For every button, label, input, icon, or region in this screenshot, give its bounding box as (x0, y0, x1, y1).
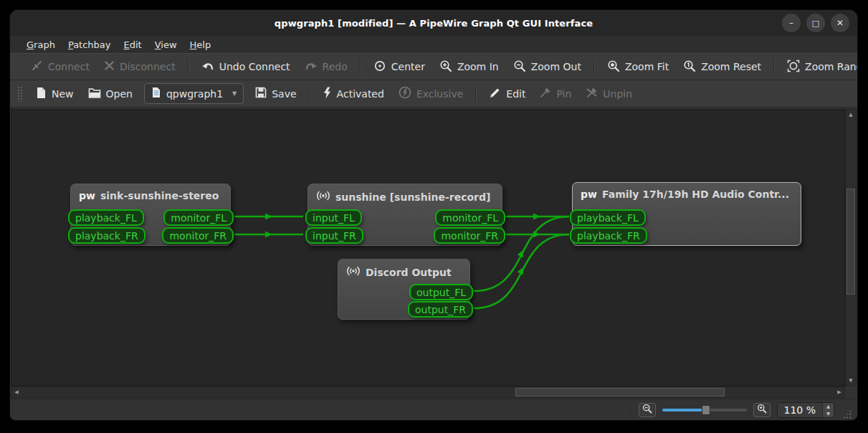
menu-edit[interactable]: Edit (118, 37, 148, 52)
port-input-fr[interactable]: input_FR (305, 227, 363, 244)
port-monitor-fr[interactable]: monitor_FR (434, 227, 505, 244)
graph-toolbar: Connect Disconnect Undo Connect Redo (10, 53, 857, 80)
menu-view[interactable]: View (148, 37, 183, 52)
node-discord-output[interactable]: Discord Output output_FL output_FR (338, 259, 470, 320)
port-output-fl[interactable]: output_FL (409, 284, 473, 300)
close-button[interactable]: ✕ (831, 14, 849, 32)
node-title: sink-sunshine-stereo (100, 190, 219, 201)
zoom-out-button[interactable]: Zoom Out (506, 55, 588, 79)
open-button[interactable]: Open (81, 83, 140, 105)
node-title: Discord Output (366, 267, 452, 278)
titlebar[interactable]: qpwgraph1 [modified] — A PipeWire Graph … (10, 10, 857, 36)
node-title: sunshine [sunshine-record] (335, 191, 490, 203)
toolbar-separator (773, 58, 775, 75)
undo-connect-button[interactable]: Undo Connect (194, 56, 297, 78)
undo-icon (201, 60, 214, 74)
port-playback-fr[interactable]: playback_FR (68, 227, 146, 244)
activated-button[interactable]: Activated (315, 82, 391, 105)
unpin-button[interactable]: Unpin (578, 82, 639, 105)
zoom-slider-handle[interactable] (702, 405, 710, 415)
undo-connect-label: Undo Connect (219, 61, 290, 72)
port-output-fr[interactable]: output_FR (408, 301, 473, 318)
disconnect-label: Disconnect (120, 61, 176, 72)
center-icon (373, 60, 386, 75)
scroll-right-icon[interactable]: ▶ (834, 387, 844, 397)
minimize-button[interactable]: – (782, 14, 801, 32)
node-title: Family 17h/19h HD Audio Contr... (602, 189, 789, 200)
zoom-slider[interactable] (662, 405, 747, 415)
scroll-down-icon[interactable]: ▼ (846, 376, 856, 386)
horizontal-scrollbar[interactable]: ◀ ▶ (11, 386, 845, 398)
scroll-left-icon[interactable]: ◀ (11, 387, 22, 397)
menu-patchbay[interactable]: Patchbay (62, 37, 118, 52)
zoom-percent-spinbox[interactable]: 110 % ▲ ▼ (777, 402, 834, 418)
maximize-button[interactable]: □ (806, 14, 825, 32)
port-input-fl[interactable]: input_FL (305, 209, 362, 226)
edge-arrow-icon (265, 214, 272, 220)
zoom-out-icon (642, 403, 652, 417)
zoom-reset-button[interactable]: Zoom Reset (676, 55, 768, 79)
zoom-fit-button[interactable]: Zoom Fit (600, 55, 676, 79)
redo-icon (305, 60, 318, 74)
zoom-range-label: Zoom Range (805, 61, 858, 72)
statusbar-separator (630, 404, 631, 416)
edit-button[interactable]: Edit (482, 82, 533, 105)
node-sunshine[interactable]: sunshine [sunshine-record] input_FL inpu… (307, 184, 502, 246)
port-monitor-fl[interactable]: monitor_FL (435, 209, 505, 226)
connect-icon (31, 60, 43, 74)
graph-canvas[interactable]: pw sink-sunshine-stereo playback_FL play… (11, 109, 845, 386)
toolbar-separator (593, 58, 595, 75)
redo-label: Redo (323, 61, 348, 72)
port-playback-fl[interactable]: playback_FL (68, 209, 144, 226)
port-monitor-fl[interactable]: monitor_FL (163, 209, 234, 226)
activated-bolt-icon (323, 87, 332, 101)
port-playback-fl[interactable]: playback_FL (570, 209, 646, 226)
port-monitor-fr[interactable]: monitor_FR (162, 227, 234, 244)
vertical-scrollbar[interactable]: ▲ ▼ (845, 109, 857, 386)
scroll-up-icon[interactable]: ▲ (846, 110, 856, 120)
edge-arrow-icon (265, 232, 272, 238)
center-button[interactable]: Center (366, 55, 432, 79)
zoom-out-small-button[interactable] (639, 403, 656, 417)
pipewire-icon: pw (581, 189, 597, 200)
toolbar-drag-handle[interactable] (17, 86, 22, 102)
horizontal-scrollbar-thumb[interactable] (515, 388, 725, 396)
window-resize-grip[interactable] (842, 409, 852, 419)
menu-help[interactable]: Help (183, 37, 218, 52)
vertical-scrollbar-thumb[interactable] (846, 189, 855, 295)
menu-graph[interactable]: Graph (20, 37, 62, 52)
edit-label: Edit (506, 88, 525, 100)
node-title-row: sunshine [sunshine-record] (308, 184, 502, 204)
open-folder-icon (88, 87, 101, 100)
node-sink-sunshine-stereo[interactable]: pw sink-sunshine-stereo playback_FL play… (70, 184, 231, 246)
canvas-area: pw sink-sunshine-stereo playback_FL play… (10, 108, 857, 399)
zoom-fit-label: Zoom Fit (625, 61, 669, 72)
spin-down-icon[interactable]: ▼ (823, 410, 834, 417)
patchbay-toolbar: New Open qpwgraph1 ▼ Save Act (10, 80, 857, 108)
new-file-icon (36, 87, 47, 101)
zoom-in-small-button[interactable] (753, 403, 771, 417)
statusbar: 110 % ▲ ▼ (10, 399, 857, 420)
pin-button[interactable]: Pin (533, 82, 578, 105)
node-family-hd-audio[interactable]: pw Family 17h/19h HD Audio Contr... play… (572, 182, 801, 246)
pin-icon (540, 87, 551, 100)
zoom-in-button[interactable]: Zoom In (432, 55, 506, 79)
spin-up-icon[interactable]: ▲ (823, 403, 834, 410)
zoom-range-icon (787, 60, 800, 75)
disconnect-button[interactable]: Disconnect (97, 56, 183, 77)
redo-button[interactable]: Redo (297, 56, 355, 78)
connection-edges (11, 110, 845, 386)
zoom-range-button[interactable]: Zoom Range (780, 55, 858, 79)
exclusive-button[interactable]: Exclusive (391, 82, 470, 105)
save-button[interactable]: Save (248, 82, 303, 105)
unpin-icon (586, 87, 598, 100)
new-button[interactable]: New (29, 82, 81, 105)
toolbar-separator (309, 85, 310, 103)
patchbay-profile-combobox[interactable]: qpwgraph1 ▼ (144, 83, 244, 104)
port-playback-fr[interactable]: playback_FR (570, 227, 647, 244)
minimize-icon: – (789, 19, 793, 27)
exclusive-label: Exclusive (416, 88, 463, 100)
edge-arrow-icon (533, 232, 540, 238)
connect-button[interactable]: Connect (24, 55, 97, 78)
connect-label: Connect (48, 61, 90, 72)
